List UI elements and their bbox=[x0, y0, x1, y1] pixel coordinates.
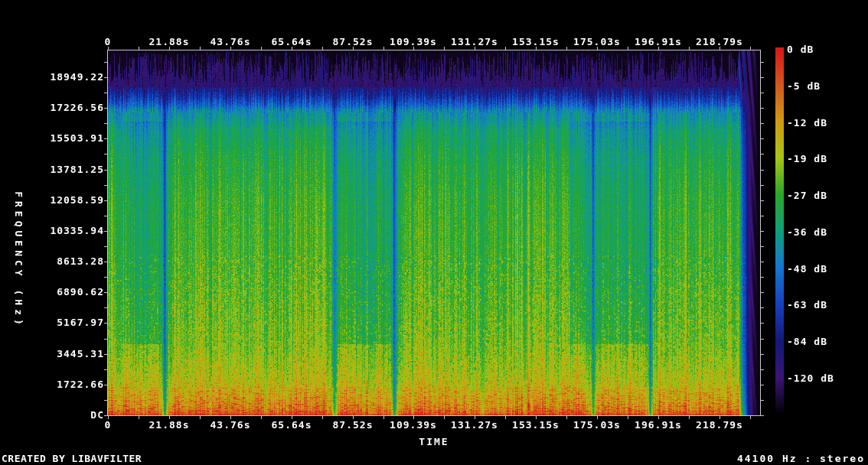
frequency-tick-label: 1722.66 bbox=[0, 379, 104, 390]
time-tick-label: 65.64s bbox=[272, 420, 312, 431]
time-tick-label: 43.76s bbox=[210, 420, 251, 431]
time-tick-label: 21.88s bbox=[149, 420, 190, 431]
legend-db-label: 0 dB bbox=[787, 44, 814, 55]
frequency-tick-label: 18949.22 bbox=[0, 72, 104, 83]
frequency-tick-label: 17226.56 bbox=[0, 102, 104, 113]
legend-db-label: -120 dB bbox=[787, 373, 834, 384]
time-tick-label: 196.91s bbox=[635, 420, 682, 431]
time-tick-label: 0 bbox=[105, 420, 112, 431]
legend-db-label: -48 dB bbox=[787, 264, 827, 275]
time-tick-label: 21.88s bbox=[149, 37, 190, 47]
spectrogram-heatmap bbox=[108, 50, 760, 415]
legend-db-label: -12 dB bbox=[787, 118, 827, 128]
legend-db-label: -63 dB bbox=[787, 300, 827, 311]
time-tick-label: 175.03s bbox=[573, 37, 621, 47]
frequency-tick-label: 15503.91 bbox=[0, 133, 104, 144]
time-tick-label: 218.79s bbox=[696, 37, 743, 47]
spectrogram-screen: 021.88s43.76s65.64s87.52s109.39s131.27s1… bbox=[0, 0, 868, 465]
time-tick-label: 153.15s bbox=[512, 420, 560, 431]
time-tick-label: 65.64s bbox=[272, 37, 312, 47]
time-tick-label: 87.52s bbox=[333, 37, 374, 47]
time-tick-label: 87.52s bbox=[333, 420, 374, 431]
time-tick-label: 109.39s bbox=[390, 420, 437, 431]
time-tick-label: 131.27s bbox=[451, 37, 498, 47]
legend-db-label: -27 dB bbox=[787, 190, 827, 201]
time-axis-title: TIME bbox=[419, 437, 449, 447]
created-by-text: CREATED BY LIBAVFILTER bbox=[2, 454, 142, 464]
time-tick-label: 153.15s bbox=[512, 37, 560, 47]
legend-colorbar bbox=[775, 47, 784, 415]
time-tick-label: 196.91s bbox=[635, 37, 682, 47]
legend-db-label: -84 dB bbox=[787, 337, 827, 347]
frequency-tick-label: DC bbox=[0, 410, 104, 421]
legend-db-label: -19 dB bbox=[787, 154, 827, 164]
time-tick-label: 131.27s bbox=[451, 420, 498, 431]
legend-db-label: -36 dB bbox=[787, 227, 827, 238]
stream-info-text: 44100 Hz : stereo bbox=[737, 454, 865, 464]
frequency-axis-title: FREQUENCY (Hz) bbox=[13, 191, 24, 329]
time-tick-label: 109.39s bbox=[390, 37, 437, 47]
frequency-tick-label: 3445.31 bbox=[0, 349, 104, 359]
legend-db-label: -5 dB bbox=[787, 81, 821, 92]
frequency-tick-label: 13781.25 bbox=[0, 164, 104, 175]
time-tick-label: 0 bbox=[105, 37, 112, 47]
time-tick-label: 175.03s bbox=[573, 420, 621, 431]
time-tick-label: 218.79s bbox=[696, 420, 743, 431]
time-tick-label: 43.76s bbox=[210, 37, 251, 47]
